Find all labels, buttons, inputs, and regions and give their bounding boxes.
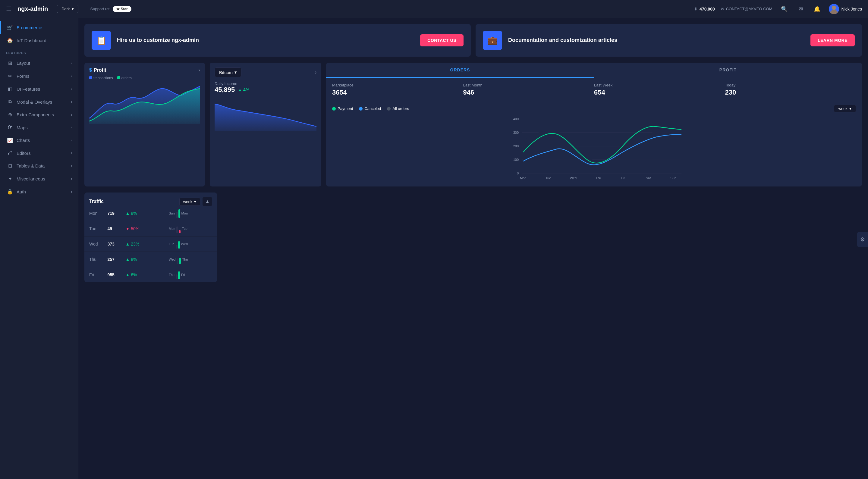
legend-transactions: transactions: [89, 76, 113, 80]
chevron-right-icon: ‹: [71, 177, 72, 181]
bitcoin-expand-icon[interactable]: ›: [315, 70, 316, 75]
search-icon[interactable]: 🔍: [778, 6, 790, 12]
table-row: Thu 257 ▲ 8% Wed Thu: [84, 252, 217, 267]
income-change: ▲ 4%: [238, 87, 249, 92]
orders-chart: 400 300 200 100 0 Mon Tue: [329, 116, 859, 182]
mini-chart-fri: Thu Fri: [169, 270, 212, 279]
chevron-right-icon: ‹: [71, 74, 72, 78]
misc-icon: ✦: [7, 176, 13, 182]
sidebar-item-editors[interactable]: 🖊 Editors ‹: [0, 147, 78, 159]
svg-text:Tue: Tue: [546, 176, 551, 180]
orders-chart-area: 400 300 200 100 0 Mon Tue: [326, 116, 862, 187]
theme-selector[interactable]: Dark ▾: [57, 5, 78, 13]
chevron-right-icon: ‹: [71, 190, 72, 194]
avatar: [829, 4, 839, 14]
tab-orders[interactable]: ORDERS: [326, 63, 594, 78]
sidebar-item-extra-components[interactable]: ⊕ Extra Components ‹: [0, 108, 78, 121]
canceled-dot: [359, 107, 363, 110]
svg-text:300: 300: [513, 131, 519, 134]
svg-text:400: 400: [513, 117, 519, 121]
menu-icon[interactable]: ☰: [6, 5, 11, 13]
traffic-period-selector[interactable]: week ▾: [179, 198, 200, 206]
settings-fab-button[interactable]: ⚙: [857, 232, 868, 247]
sidebar-item-e-commerce[interactable]: 🛒 E-commerce: [0, 21, 78, 34]
sidebar-item-ui-features[interactable]: ◧ UI Features ‹: [0, 83, 78, 96]
downloads-counter: ⬇ 470.000: [694, 7, 715, 11]
promo-icon-hire: 📋: [92, 31, 111, 50]
cart-icon: 🛒: [7, 25, 13, 30]
svg-text:200: 200: [513, 144, 519, 148]
legend-canceled: Canceled: [359, 106, 381, 111]
sidebar-section-features: FEATURES: [0, 47, 78, 57]
sidebar-item-forms[interactable]: ✏ Forms ‹: [0, 70, 78, 83]
lock-icon: 🔒: [7, 189, 13, 195]
table-row: Fri 955 ▲ 6% Thu Fri: [84, 267, 217, 283]
profit-chart: [89, 83, 200, 125]
promo-icon-docs: 💼: [483, 31, 502, 50]
tables-icon: ⊟: [7, 163, 13, 169]
chevron-right-icon: ‹: [71, 151, 72, 155]
main-content: 📋 Hire us to customize ngx-admin CONTACT…: [79, 18, 868, 479]
bitcoin-selector: Bitcoin ▾: [215, 67, 241, 77]
stat-last-month: Last Month 946: [463, 83, 594, 96]
charts-icon: 📈: [7, 137, 13, 143]
bitcoin-card-header: Bitcoin ▾ ›: [215, 67, 316, 77]
svg-text:100: 100: [513, 158, 519, 161]
orders-stats: Marketplace 3654 Last Month 946 Last Wee…: [326, 78, 862, 101]
learn-more-button[interactable]: LEARN MORE: [810, 34, 855, 46]
stat-last-week: Last Week 654: [594, 83, 725, 96]
daily-income-label: Daily Income: [215, 81, 316, 86]
traffic-collapse-button[interactable]: ▲: [203, 197, 212, 206]
promo-card-docs: 💼 Documentation and customization articl…: [475, 24, 862, 57]
bitcoin-dropdown[interactable]: Bitcoin ▾: [215, 67, 241, 77]
legend-payment: Payment: [332, 106, 353, 111]
svg-text:Wed: Wed: [570, 176, 577, 180]
svg-text:Mon: Mon: [520, 176, 526, 180]
mini-chart-tue: Mon Tue: [169, 224, 212, 233]
sidebar: 🛒 E-commerce 🏠 IoT Dashboard FEATURES ⊞ …: [0, 18, 79, 479]
tab-profit[interactable]: PROFIT: [594, 63, 862, 78]
sidebar-item-tables-data[interactable]: ⊟ Tables & Data ‹: [0, 159, 78, 172]
table-row: Wed 373 ▲ 23% Tue Wed: [84, 236, 217, 252]
promo-text-docs: Documentation and customization articles: [508, 37, 804, 44]
ui-icon: ◧: [7, 86, 13, 92]
top-navigation: ☰ ngx-admin Dark ▾ Support us: ★ Star ⬇ …: [0, 0, 868, 18]
sidebar-item-charts[interactable]: 📈 Charts ‹: [0, 134, 78, 147]
home-icon: 🏠: [7, 38, 13, 43]
mail-icon[interactable]: ✉: [796, 6, 805, 12]
table-row: Tue 49 ▼ 50% Mon Tue: [84, 221, 217, 236]
svg-text:Sun: Sun: [670, 176, 676, 180]
contact-info: ✉ CONTACT@AKVEO.COM: [721, 7, 772, 11]
user-profile[interactable]: Nick Jones: [829, 4, 862, 14]
svg-point-1: [830, 10, 838, 14]
all-orders-dot: [387, 107, 391, 110]
profit-card: $ Profit › transactions orders: [84, 63, 205, 187]
orders-period-selector[interactable]: week ▾: [834, 105, 856, 113]
profit-card-header: $ Profit ›: [89, 67, 200, 73]
sidebar-item-layout[interactable]: ⊞ Layout ‹: [0, 57, 78, 70]
sidebar-item-miscellaneous[interactable]: ✦ Miscellaneous ‹: [0, 172, 78, 185]
sidebar-item-iot-dashboard[interactable]: 🏠 IoT Dashboard: [0, 34, 78, 47]
orders-chart-legend: Payment Canceled All orders week ▾: [326, 101, 862, 116]
sidebar-item-auth[interactable]: 🔒 Auth ‹: [0, 185, 78, 198]
chevron-right-icon: ‹: [71, 113, 72, 117]
sidebar-item-modal-overlays[interactable]: ⧉ Modal & Overlays ‹: [0, 96, 78, 108]
sidebar-item-maps[interactable]: 🗺 Maps ‹: [0, 121, 78, 134]
traffic-card: Traffic week ▾ ▲ Mon 719 ▲ 8: [84, 192, 217, 282]
legend-orders: orders: [117, 76, 132, 80]
traffic-table: Mon 719 ▲ 8% Sun Mon: [84, 206, 217, 282]
modal-icon: ⧉: [7, 99, 13, 104]
bottom-row: Traffic week ▾ ▲ Mon 719 ▲ 8: [84, 192, 862, 282]
payment-dot: [332, 107, 336, 110]
contact-us-button[interactable]: CONTACT US: [420, 34, 464, 46]
orders-card: ORDERS PROFIT Marketplace 3654 Last Mont…: [326, 63, 862, 187]
svg-text:Thu: Thu: [595, 176, 601, 180]
svg-point-0: [832, 6, 836, 10]
chevron-right-icon: ‹: [71, 87, 72, 91]
bell-icon[interactable]: 🔔: [811, 6, 823, 12]
star-button[interactable]: ★ Star: [113, 6, 131, 12]
mini-chart-wed: Tue Wed: [169, 240, 212, 249]
svg-text:Fri: Fri: [621, 176, 625, 180]
promo-card-hire: 📋 Hire us to customize ngx-admin CONTACT…: [84, 24, 471, 57]
profit-expand-icon[interactable]: ›: [198, 67, 200, 73]
